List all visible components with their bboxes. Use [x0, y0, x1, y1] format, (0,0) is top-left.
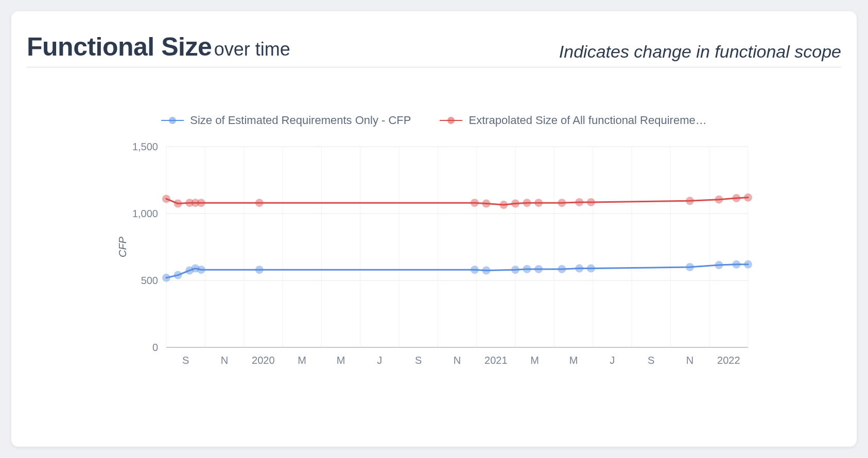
svg-point-67 — [499, 201, 508, 209]
svg-point-56 — [715, 261, 723, 269]
svg-text:N: N — [686, 355, 693, 366]
svg-point-69 — [523, 199, 531, 207]
svg-point-46 — [255, 266, 264, 274]
svg-point-76 — [732, 194, 740, 202]
svg-point-77 — [744, 193, 752, 202]
svg-point-41 — [162, 274, 170, 282]
title-note: Indicates change in functional scope — [559, 42, 841, 62]
svg-point-47 — [471, 266, 479, 274]
chart-card: Functional Size over time Indicates chan… — [11, 11, 857, 447]
svg-point-64 — [255, 199, 264, 207]
svg-point-60 — [174, 200, 182, 208]
svg-text:M: M — [337, 355, 345, 366]
svg-point-53 — [575, 265, 583, 273]
legend-label-estimated: Size of Estimated Requirements Only - CF… — [190, 114, 411, 127]
header: Functional Size over time Indicates chan… — [27, 32, 841, 67]
svg-point-63 — [197, 199, 205, 207]
svg-text:0: 0 — [152, 342, 158, 353]
legend-item-extrapolated[interactable]: Extrapolated Size of All functional Requ… — [440, 114, 706, 127]
svg-point-45 — [197, 266, 205, 274]
svg-point-55 — [686, 263, 694, 271]
svg-point-52 — [558, 265, 566, 273]
svg-text:S: S — [415, 355, 422, 366]
svg-point-75 — [715, 196, 723, 204]
svg-point-66 — [482, 200, 491, 208]
svg-text:M: M — [530, 355, 539, 366]
chart-svg: 05001,0001,500CFPSN2020MMJSN2021MMJSN202… — [110, 136, 758, 378]
title-left: Functional Size over time — [27, 32, 290, 62]
svg-point-57 — [732, 260, 740, 269]
svg-text:M: M — [298, 355, 306, 366]
svg-text:CFP: CFP — [117, 236, 128, 257]
svg-point-50 — [523, 265, 531, 273]
svg-text:N: N — [454, 355, 461, 366]
svg-text:S: S — [182, 355, 189, 366]
chart-wrap: Size of Estimated Requirements Only - CF… — [27, 114, 841, 378]
svg-point-70 — [534, 199, 543, 207]
svg-point-73 — [587, 198, 595, 206]
svg-text:M: M — [569, 355, 578, 366]
legend-item-estimated[interactable]: Size of Estimated Requirements Only - CF… — [161, 114, 411, 127]
svg-point-59 — [162, 195, 170, 203]
svg-point-58 — [744, 260, 752, 269]
legend-label-extrapolated: Extrapolated Size of All functional Requ… — [468, 114, 706, 127]
svg-text:2022: 2022 — [717, 355, 740, 366]
svg-text:500: 500 — [141, 275, 158, 286]
svg-text:S: S — [648, 355, 654, 366]
svg-text:N: N — [221, 355, 228, 366]
svg-point-49 — [511, 266, 519, 274]
svg-text:1,000: 1,000 — [132, 208, 158, 219]
svg-text:2020: 2020 — [252, 355, 275, 366]
title-main: Functional Size — [27, 32, 212, 61]
svg-point-72 — [575, 198, 583, 206]
svg-point-71 — [558, 199, 566, 207]
svg-text:1,500: 1,500 — [132, 141, 158, 152]
svg-text:2021: 2021 — [484, 355, 508, 366]
svg-point-54 — [587, 265, 595, 273]
svg-point-51 — [534, 265, 543, 273]
svg-point-74 — [686, 197, 694, 205]
legend: Size of Estimated Requirements Only - CF… — [110, 114, 758, 127]
svg-text:J: J — [377, 355, 382, 366]
title-sub: over time — [214, 39, 290, 60]
svg-point-42 — [174, 271, 182, 279]
svg-text:J: J — [610, 355, 615, 366]
svg-point-48 — [482, 267, 491, 275]
svg-point-65 — [471, 199, 479, 207]
svg-point-68 — [511, 200, 519, 208]
